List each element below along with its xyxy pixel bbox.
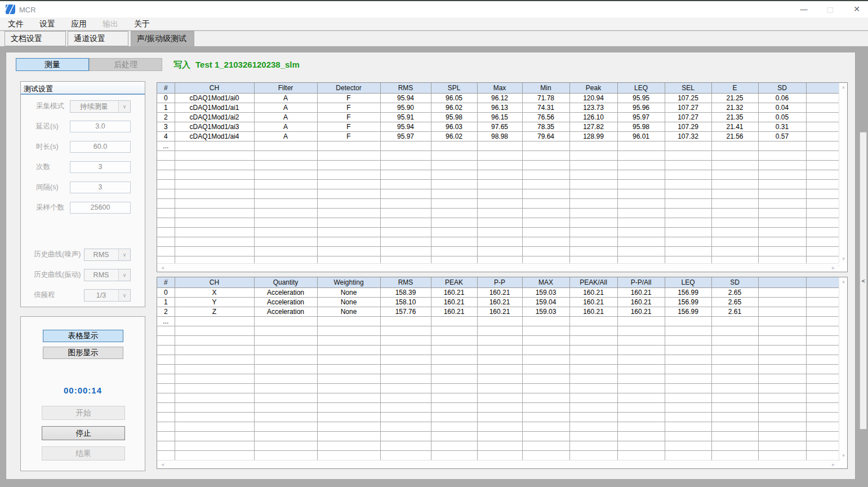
empty-row — [157, 402, 839, 412]
tab-document-settings[interactable]: 文档设置 — [5, 31, 66, 46]
column-header — [806, 277, 839, 287]
table-row[interactable]: ... — [157, 316, 839, 326]
table-cell: 156.99 — [665, 297, 711, 307]
interval-field[interactable]: 3 — [70, 181, 131, 193]
empty-cell — [254, 237, 317, 246]
scroll-right-icon[interactable]: ► — [829, 461, 838, 469]
post-process-button[interactable]: 后处理 — [89, 58, 162, 71]
table-cell: 123.73 — [569, 103, 617, 112]
chevron-down-icon[interactable]: ∨ — [118, 101, 130, 112]
vertical-scrollbar[interactable]: ▲ ▼ — [839, 277, 847, 460]
scroll-down-icon[interactable]: ▼ — [839, 255, 848, 263]
empty-cell — [522, 170, 569, 179]
duration-field[interactable]: 60.0 — [70, 141, 131, 153]
delay-field[interactable]: 3.0 — [70, 121, 131, 132]
scroll-down-icon[interactable]: ▼ — [839, 451, 848, 460]
collapse-panel-handle[interactable]: < — [860, 132, 867, 430]
scroll-left-icon[interactable]: ◄ — [158, 264, 167, 272]
table-cell — [758, 287, 806, 297]
chevron-down-icon[interactable]: ∨ — [118, 249, 130, 260]
table-cell: 21.41 — [711, 122, 758, 131]
table-row[interactable]: 1cDAQ1Mod1/ai1AF95.9096.0296.1374.31123.… — [157, 103, 839, 112]
table-cell: F — [317, 131, 380, 141]
empty-cell — [758, 198, 806, 208]
measure-button[interactable]: 测量 — [16, 58, 89, 71]
empty-cell — [711, 422, 758, 431]
menu-file[interactable]: 文件 — [0, 17, 32, 30]
empty-cell — [175, 355, 254, 364]
table-cell: 95.97 — [380, 131, 431, 141]
table-cell: Acceleration — [254, 297, 317, 307]
window-title: MCR — [19, 6, 36, 14]
menu-about[interactable]: 关于 — [126, 17, 158, 30]
empty-cell — [477, 189, 522, 198]
empty-cell — [617, 179, 665, 189]
table-row[interactable]: 2ZAccelerationNone157.76160.21160.21159.… — [157, 307, 839, 316]
menu-output[interactable]: 输出 — [95, 17, 126, 30]
start-button[interactable]: 开始 — [42, 406, 125, 420]
empty-cell — [806, 335, 839, 345]
close-button[interactable]: ✕ — [844, 1, 868, 17]
empty-cell — [254, 160, 317, 170]
acquisition-mode-select[interactable]: 持续测量 ∨ — [70, 100, 131, 113]
table-row[interactable]: 1YAccelerationNone158.10160.21160.21159.… — [157, 297, 839, 307]
history-curve-vibration-select[interactable]: RMS ∨ — [84, 269, 131, 281]
empty-cell — [477, 374, 522, 383]
empty-cell — [617, 170, 665, 179]
empty-cell — [617, 383, 665, 393]
scroll-left-icon[interactable]: ◄ — [158, 461, 167, 469]
acquisition-mode-label: 采集模式 — [36, 100, 64, 112]
stop-button[interactable]: 停止 — [42, 426, 125, 440]
empty-cell — [431, 170, 477, 179]
empty-cell — [431, 227, 477, 237]
empty-row — [157, 150, 839, 160]
octave-select[interactable]: 1/3 ∨ — [84, 289, 131, 302]
samples-field[interactable]: 25600 — [70, 202, 131, 214]
column-header: E — [711, 83, 758, 93]
table-cell — [806, 93, 839, 103]
tab-channel-settings[interactable]: 通道设置 — [68, 31, 128, 46]
scroll-up-icon[interactable]: ▲ — [839, 83, 848, 91]
result-button[interactable]: 结果 — [42, 446, 125, 461]
table-row[interactable]: 0XAccelerationNone158.39160.21160.21159.… — [157, 287, 839, 297]
maximize-button[interactable] — [817, 1, 843, 17]
empty-cell — [711, 402, 758, 412]
empty-row — [157, 227, 839, 237]
empty-cell — [665, 431, 711, 441]
empty-cell — [431, 431, 477, 441]
table-row[interactable]: 4cDAQ1Mod1/ai4AF95.9796.0298.9879.64128.… — [157, 131, 839, 141]
empty-cell — [522, 326, 569, 335]
empty-cell — [431, 412, 477, 422]
table-row[interactable]: 2cDAQ1Mod1/ai2AF95.9195.9896.1576.56126.… — [157, 112, 839, 122]
count-field[interactable]: 3 — [70, 161, 131, 173]
horizontal-scrollbar[interactable]: ◄ ► — [157, 263, 839, 272]
scroll-up-icon[interactable]: ▲ — [839, 277, 848, 286]
empty-cell — [665, 383, 711, 393]
graph-display-button[interactable]: 图形显示 — [43, 347, 123, 359]
tab-sound-vibration-test[interactable]: 声/振动级测试 — [131, 31, 194, 47]
menu-apply[interactable]: 应用 — [63, 17, 95, 30]
minimize-button[interactable]: — — [791, 1, 817, 17]
scroll-right-icon[interactable]: ► — [829, 264, 838, 272]
empty-cell — [175, 237, 254, 246]
chevron-down-icon[interactable]: ∨ — [118, 269, 130, 281]
vertical-scrollbar[interactable]: ▲ ▼ — [839, 83, 847, 263]
table-display-button[interactable]: 表格显示 — [43, 330, 123, 342]
table-row[interactable]: 3cDAQ1Mod1/ai3AF95.9496.0397.6578.35127.… — [157, 122, 839, 131]
empty-cell — [617, 412, 665, 422]
horizontal-scrollbar[interactable]: ◄ ► — [157, 460, 839, 468]
empty-cell — [806, 237, 839, 246]
empty-cell — [665, 364, 711, 374]
empty-cell — [477, 218, 522, 227]
empty-cell — [711, 364, 758, 374]
menu-settings[interactable]: 设置 — [32, 17, 63, 30]
chevron-down-icon[interactable]: ∨ — [118, 290, 130, 301]
table-row[interactable]: 0cDAQ1Mod1/ai0AF95.9496.0596.1271.78120.… — [157, 93, 839, 103]
empty-cell — [806, 246, 839, 256]
empty-row — [157, 208, 839, 218]
app-logo-icon — [6, 5, 15, 14]
table-row[interactable]: ... — [157, 141, 839, 150]
empty-cell — [806, 179, 839, 189]
history-curve-noise-select[interactable]: RMS ∨ — [84, 249, 131, 261]
empty-row — [157, 335, 839, 345]
